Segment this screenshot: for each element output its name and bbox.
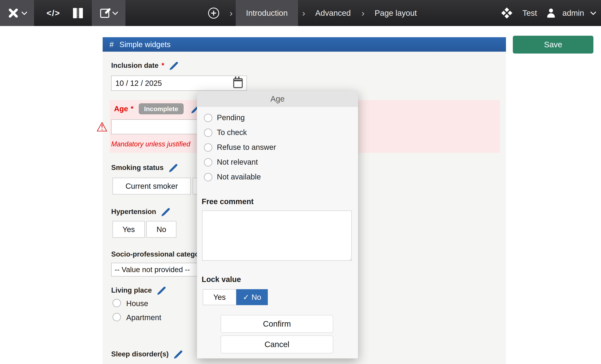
diamonds-icon [501, 8, 512, 19]
lock-value-label: Lock value [202, 275, 241, 284]
age-error-message: Mandatory unless justified [111, 140, 190, 148]
hypertension-label-row: Hypertension [111, 207, 170, 216]
popup-radio-not-relevant[interactable] [204, 158, 212, 166]
lock-value-yes-button[interactable]: Yes [203, 289, 236, 305]
breadcrumb-separator: › [227, 0, 235, 26]
hypertension-label: Hypertension [111, 208, 156, 216]
screen: </> › Introduction › Advanced › Page lay… [0, 0, 601, 364]
living-place-radio-house[interactable] [112, 299, 121, 307]
section-header: # Simple widgets [103, 37, 506, 52]
add-page-button[interactable] [208, 0, 219, 26]
hypertension-no-button[interactable]: No [146, 221, 176, 238]
popup-option-to-check: To check [217, 128, 247, 137]
user-menu[interactable] [546, 0, 556, 26]
popup-radio-not-available[interactable] [204, 173, 212, 181]
user-icon [547, 9, 555, 18]
popup-title: Age [197, 91, 358, 107]
age-label-row: Age * Incomplete [114, 103, 200, 114]
design-tools-icon [8, 8, 19, 19]
free-comment-label: Free comment [202, 197, 254, 206]
warning-icon: ⚠ [96, 120, 108, 133]
incomplete-badge: Incomplete [139, 103, 183, 114]
edit-pen-icon[interactable] [162, 207, 170, 216]
popup-option-pending: Pending [217, 113, 245, 122]
columns-icon [73, 8, 83, 18]
free-comment-textarea[interactable] [202, 211, 352, 261]
check-icon: ✓ [243, 293, 249, 302]
user-name[interactable]: admin [560, 0, 587, 26]
cancel-button[interactable]: Cancel [221, 335, 333, 353]
inclusion-date-label-row: Inclusion date * [111, 61, 179, 70]
smoking-option-current-smoker[interactable]: Current smoker [112, 178, 191, 194]
socio-professional-label-row: Socio-professional category [111, 249, 206, 259]
hypertension-yes-button[interactable]: Yes [112, 221, 145, 238]
design-tools-button[interactable] [0, 0, 34, 26]
project-menu[interactable] [501, 0, 513, 26]
calendar-icon[interactable] [233, 78, 243, 88]
split-view-button[interactable] [71, 0, 85, 26]
breadcrumb-item-advanced[interactable]: Advanced [312, 0, 354, 26]
edit-pen-icon[interactable] [174, 350, 183, 358]
project-name[interactable]: Test [517, 0, 542, 26]
smoking-status-label: Smoking status [111, 164, 164, 172]
plus-circle-icon [208, 8, 219, 19]
code-view-button[interactable]: </> [43, 0, 64, 26]
required-mark: * [161, 62, 164, 69]
required-mark: * [131, 105, 133, 113]
code-icon: </> [47, 8, 60, 18]
save-button[interactable]: Save [513, 36, 593, 54]
inclusion-date-input[interactable]: 10 / 12 / 2025 [111, 76, 247, 91]
page-title: Simple widgets [119, 40, 170, 49]
socio-professional-label: Socio-professional category [111, 250, 206, 258]
popup-option-not-relevant: Not relevant [217, 158, 258, 166]
confirm-button[interactable]: Confirm [221, 315, 333, 333]
living-place-option-apartment: Apartment [126, 313, 161, 322]
sleep-disorders-label: Sleep disorder(s) [111, 350, 169, 358]
breadcrumb-separator: › [359, 0, 367, 26]
chevron-down-icon [21, 9, 27, 15]
top-toolbar: </> › Introduction › Advanced › Page lay… [0, 0, 601, 26]
edit-icon [100, 8, 110, 18]
edit-mode-button[interactable] [92, 0, 125, 26]
popup-radio-pending[interactable] [204, 114, 212, 122]
breadcrumb-separator: › [300, 0, 308, 26]
smoking-status-label-row: Smoking status [111, 163, 178, 172]
living-place-label: Living place [111, 286, 152, 294]
chevron-down-icon [590, 9, 596, 15]
edit-pen-icon[interactable] [158, 286, 166, 295]
breadcrumb-item-page-layout[interactable]: Page layout [371, 0, 421, 26]
popup-radio-to-check[interactable] [204, 129, 212, 137]
living-place-option-house: House [126, 299, 148, 308]
sleep-disorders-label-row: Sleep disorder(s) [111, 349, 183, 359]
breadcrumb-item-introduction[interactable]: Introduction [236, 0, 298, 26]
living-place-label-row: Living place [111, 286, 166, 295]
section-hash: # [110, 40, 114, 49]
age-status-popup: Age Pending To check Refuse to answer No… [197, 91, 358, 358]
edit-pen-icon[interactable] [170, 61, 179, 70]
popup-option-refuse-to-answer: Refuse to answer [217, 143, 276, 152]
lock-value-no-button-selected[interactable]: ✓ No [236, 289, 268, 305]
edit-pen-icon[interactable] [169, 163, 178, 172]
user-menu-chevron[interactable] [589, 0, 598, 26]
popup-option-not-available: Not available [217, 172, 261, 181]
age-label: Age [114, 105, 128, 113]
chevron-down-icon [112, 9, 118, 15]
popup-radio-refuse-to-answer[interactable] [204, 143, 212, 152]
inclusion-date-label: Inclusion date [111, 62, 159, 69]
living-place-radio-apartment[interactable] [112, 313, 121, 321]
